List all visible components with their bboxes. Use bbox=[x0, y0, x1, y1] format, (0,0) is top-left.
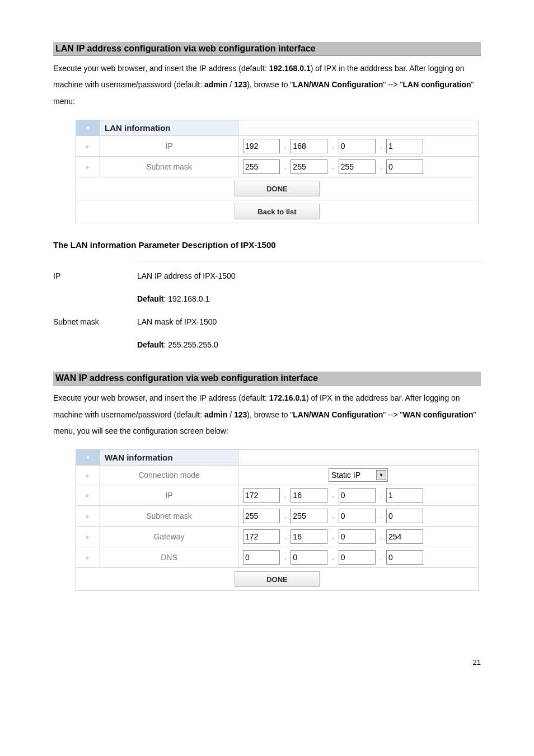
ip-octet-input[interactable]: 172 bbox=[243, 529, 280, 544]
ip-octet-input[interactable]: 255 bbox=[291, 159, 327, 174]
lan-intro-paragraph: Execute your web browser, and insert the… bbox=[53, 60, 481, 110]
text-bold: 123 bbox=[234, 410, 247, 419]
ip-octet-input[interactable]: 0 bbox=[339, 509, 376, 523]
ip-input-group: 192. 168. 0. 1 bbox=[243, 139, 474, 153]
row-label: Subnet mask bbox=[100, 506, 238, 527]
text: " --> " bbox=[383, 80, 402, 89]
ip-octet-input[interactable]: 0 bbox=[339, 488, 376, 503]
text: Execute your web browser, and insert the… bbox=[53, 64, 269, 73]
param-default-label: Default bbox=[137, 340, 163, 349]
row-label: DNS bbox=[100, 547, 238, 568]
ip-octet-input[interactable]: 0 bbox=[243, 550, 280, 565]
ip-octet-input[interactable]: 0 bbox=[291, 550, 327, 565]
text-bold: LAN/WAN Configuration bbox=[293, 410, 383, 419]
ip-octet-input[interactable]: 192 bbox=[243, 139, 280, 153]
lan-information-table: ✦ LAN information ► IP 192. 168. 0. 1 ► … bbox=[76, 120, 479, 223]
text: Execute your web browser, and insert the… bbox=[53, 393, 269, 402]
lan-table-title: LAN information bbox=[100, 120, 238, 136]
row-label: IP bbox=[100, 136, 238, 157]
lan-heading: LAN IP address configuration via web con… bbox=[53, 42, 481, 56]
text-bold: LAN configuration bbox=[403, 80, 471, 89]
ip-octet-input[interactable]: 16 bbox=[291, 529, 327, 544]
text-bold: admin bbox=[204, 80, 227, 89]
ip-octet-input[interactable]: 255 bbox=[243, 509, 280, 523]
done-button[interactable]: DONE bbox=[235, 571, 320, 587]
ip-octet-input[interactable]: 255 bbox=[339, 159, 376, 174]
ip-octet-input[interactable]: 16 bbox=[291, 488, 327, 503]
param-label: IP bbox=[53, 271, 137, 280]
text-bold: 123 bbox=[234, 80, 247, 89]
ip-octet-input[interactable]: 0 bbox=[386, 159, 423, 174]
row-label: Gateway bbox=[100, 527, 238, 547]
text: ), browse to " bbox=[247, 80, 293, 89]
ip-octet-input[interactable]: 1 bbox=[386, 139, 423, 153]
divider bbox=[137, 261, 481, 261]
chevron-down-icon[interactable]: ▼ bbox=[376, 470, 386, 480]
row-label: Subnet mask bbox=[100, 157, 238, 177]
param-heading: The LAN information Parameter Descriptio… bbox=[53, 240, 481, 250]
collapse-icon[interactable]: ✦ bbox=[76, 450, 100, 466]
row-marker-icon: ► bbox=[76, 136, 100, 157]
text: / bbox=[227, 80, 234, 89]
param-desc: LAN mask of IPX-1500 bbox=[137, 317, 481, 326]
ip-octet-input[interactable]: 255 bbox=[291, 509, 327, 523]
text-bold: 192.168.0.1 bbox=[269, 64, 311, 73]
text-bold: LAN/WAN Configuration bbox=[293, 80, 383, 89]
text: " --> " bbox=[383, 410, 402, 419]
row-marker-icon: ► bbox=[76, 466, 100, 485]
ip-octet-input[interactable]: 0 bbox=[386, 509, 423, 523]
back-to-list-button[interactable]: Back to list bbox=[235, 204, 320, 219]
text: ), browse to " bbox=[247, 410, 293, 419]
ip-input-group: 172. 16. 0. 1 bbox=[243, 488, 474, 503]
connection-mode-select[interactable]: Static IP ▼ bbox=[329, 468, 388, 482]
ip-octet-input[interactable]: 1 bbox=[386, 488, 423, 503]
wan-table-title: WAN information bbox=[100, 450, 238, 466]
wan-intro-paragraph: Execute your web browser, and insert the… bbox=[53, 390, 481, 439]
ip-octet-input[interactable]: 172 bbox=[243, 488, 280, 503]
collapse-icon[interactable]: ✦ bbox=[76, 120, 100, 136]
row-label: Connection mode bbox=[100, 466, 238, 485]
row-marker-icon: ► bbox=[76, 547, 100, 568]
text: / bbox=[227, 410, 234, 419]
param-label: Subnet mask bbox=[53, 317, 137, 326]
text-bold: WAN configuration bbox=[403, 410, 474, 419]
ip-octet-input[interactable]: 168 bbox=[291, 139, 327, 153]
param-default-value: : 255.255.255.0 bbox=[163, 340, 218, 349]
ip-octet-input[interactable]: 0 bbox=[339, 550, 376, 565]
row-marker-icon: ► bbox=[76, 157, 100, 177]
row-marker-icon: ► bbox=[76, 506, 100, 527]
param-default-label: Default bbox=[137, 294, 163, 303]
row-marker-icon: ► bbox=[76, 485, 100, 506]
row-marker-icon: ► bbox=[76, 527, 100, 547]
row-label: IP bbox=[100, 485, 238, 506]
text-bold: 172.16.0.1 bbox=[269, 393, 306, 402]
select-value: Static IP bbox=[331, 471, 360, 480]
ip-octet-input[interactable]: 254 bbox=[386, 529, 423, 544]
done-button[interactable]: DONE bbox=[235, 181, 320, 196]
page-number: 21 bbox=[53, 658, 481, 666]
dns-input-group: 0. 0. 0. 0 bbox=[243, 550, 474, 565]
gateway-input-group: 172. 16. 0. 254 bbox=[243, 529, 474, 544]
param-default-value: : 192.168.0.1 bbox=[163, 294, 209, 303]
subnet-input-group: 255. 255. 255. 0 bbox=[243, 159, 474, 174]
param-desc: LAN IP address of IPX-1500 bbox=[137, 271, 481, 280]
ip-octet-input[interactable]: 0 bbox=[386, 550, 423, 565]
ip-octet-input[interactable]: 0 bbox=[339, 529, 376, 544]
text-bold: admin bbox=[204, 410, 227, 419]
subnet-input-group: 255. 255. 0. 0 bbox=[243, 509, 474, 523]
ip-octet-input[interactable]: 0 bbox=[339, 139, 376, 153]
wan-information-table: ✦ WAN information ► Connection mode Stat… bbox=[76, 449, 479, 591]
wan-heading: WAN IP address configuration via web con… bbox=[53, 372, 481, 386]
ip-octet-input[interactable]: 255 bbox=[243, 159, 280, 174]
